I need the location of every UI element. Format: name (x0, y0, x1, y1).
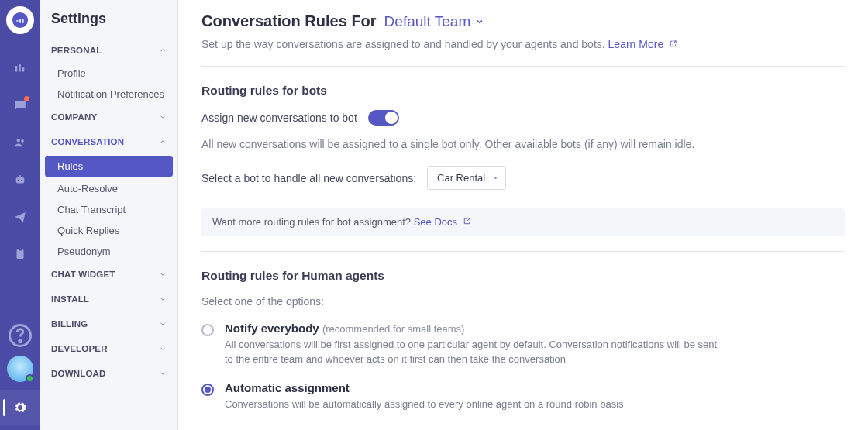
radio-automatic-assignment[interactable] (202, 384, 214, 396)
svg-rect-7 (19, 249, 22, 251)
assign-bot-toggle[interactable] (368, 110, 399, 126)
sidebar-item-profile[interactable]: Profile (40, 63, 177, 84)
avatar[interactable] (7, 356, 33, 382)
sidebar-item-rules[interactable]: Rules (45, 156, 173, 177)
assign-bot-label: Assign new conversations to bot (202, 112, 357, 124)
sidebar-title: Settings (40, 11, 177, 38)
see-docs-link[interactable]: See Docs (414, 216, 471, 228)
external-link-icon (460, 217, 471, 225)
section-label: DOWNLOAD (51, 369, 106, 378)
chevron-down-icon (159, 320, 167, 328)
messages-icon[interactable] (6, 91, 34, 119)
bot-icon[interactable] (6, 166, 34, 194)
campaigns-icon[interactable] (6, 203, 34, 231)
section-developer[interactable]: DEVELOPER (40, 336, 177, 361)
caret-down-icon (492, 172, 499, 184)
section-label: CHAT WIDGET (51, 270, 115, 279)
contacts-icon[interactable] (6, 129, 34, 157)
chevron-up-icon (159, 138, 167, 146)
section-label: DEVELOPER (51, 344, 108, 353)
sidebar-item-notification-preferences[interactable]: Notification Preferences (40, 84, 177, 105)
presence-dot (26, 374, 34, 383)
section-personal[interactable]: PERSONAL (40, 38, 177, 63)
analytics-icon[interactable] (6, 54, 34, 82)
bot-selector[interactable]: Car Rental (427, 166, 506, 190)
svg-point-2 (21, 139, 24, 143)
option-title: Automatic assignment (225, 381, 624, 394)
sidebar-item-quick-replies[interactable]: Quick Replies (40, 220, 177, 241)
settings-sidebar: Settings PERSONALProfileNotification Pre… (40, 0, 178, 430)
option-recommendation: (recommended for small teams) (322, 323, 465, 335)
radio-notify-everybody[interactable] (202, 324, 214, 336)
nav-rail (0, 0, 40, 430)
team-name: Default Team (384, 13, 471, 30)
chevron-down-icon (159, 295, 167, 303)
team-selector[interactable]: Default Team (384, 13, 485, 30)
learn-more-link[interactable]: Learn More (608, 38, 677, 50)
chevron-down-icon (159, 345, 167, 353)
section-conversation[interactable]: CONVERSATION (40, 129, 177, 154)
routing-docs-banner: Want more routing rules for bot assignme… (202, 208, 845, 236)
humans-subtitle: Select one of the options: (202, 295, 845, 308)
option-title: Notify everybody (recommended for small … (225, 322, 721, 335)
settings-icon[interactable] (0, 390, 40, 425)
unread-badge (24, 96, 29, 101)
routing-option-automatic-assignment: Automatic assignmentConversations will b… (202, 381, 845, 412)
humans-section-title: Routing rules for Human agents (202, 269, 845, 283)
bots-section-title: Routing rules for bots (202, 84, 845, 98)
select-bot-label: Select a bot to handle all new conversat… (202, 172, 416, 184)
page-title: Conversation Rules For (202, 12, 377, 30)
chevron-down-icon (159, 113, 167, 121)
section-company[interactable]: COMPANY (40, 105, 177, 129)
svg-rect-3 (16, 177, 25, 184)
section-label: BILLING (51, 319, 88, 329)
bots-hint: All new conversations will be assigned t… (202, 138, 845, 150)
option-description: All conversations will be first assigned… (225, 338, 721, 367)
option-description: Conversations will be automatically assi… (225, 397, 624, 412)
chevron-down-icon (475, 17, 484, 26)
help-icon[interactable] (6, 322, 34, 349)
routing-option-notify-everybody: Notify everybody (recommended for small … (202, 322, 845, 367)
section-label: CONVERSATION (51, 137, 124, 146)
sidebar-item-auto-resolve[interactable]: Auto-Resolve (40, 178, 177, 199)
section-download[interactable]: DOWNLOAD (40, 361, 177, 386)
section-install[interactable]: INSTALL (40, 287, 177, 311)
section-label: INSTALL (51, 294, 89, 304)
svg-point-1 (17, 139, 21, 143)
chevron-down-icon (159, 270, 167, 278)
clipboard-icon[interactable] (6, 240, 34, 268)
svg-point-5 (21, 180, 22, 181)
section-label: COMPANY (51, 112, 97, 122)
external-link-icon (666, 40, 677, 48)
chevron-up-icon (159, 46, 167, 54)
app-logo[interactable] (6, 6, 34, 34)
svg-rect-6 (17, 249, 24, 259)
page-subtext: Set up the way conversations are assigne… (202, 38, 845, 50)
sidebar-item-pseudonym[interactable]: Pseudonym (40, 241, 177, 262)
section-label: PERSONAL (51, 46, 102, 55)
chevron-down-icon (159, 370, 167, 377)
section-chat-widget[interactable]: CHAT WIDGET (40, 262, 177, 287)
svg-point-9 (19, 340, 21, 342)
sidebar-item-chat-transcript[interactable]: Chat Transcript (40, 199, 177, 220)
svg-point-4 (18, 180, 19, 181)
main-content: Conversation Rules For Default Team Set … (178, 0, 868, 430)
section-billing[interactable]: BILLING (40, 311, 177, 336)
